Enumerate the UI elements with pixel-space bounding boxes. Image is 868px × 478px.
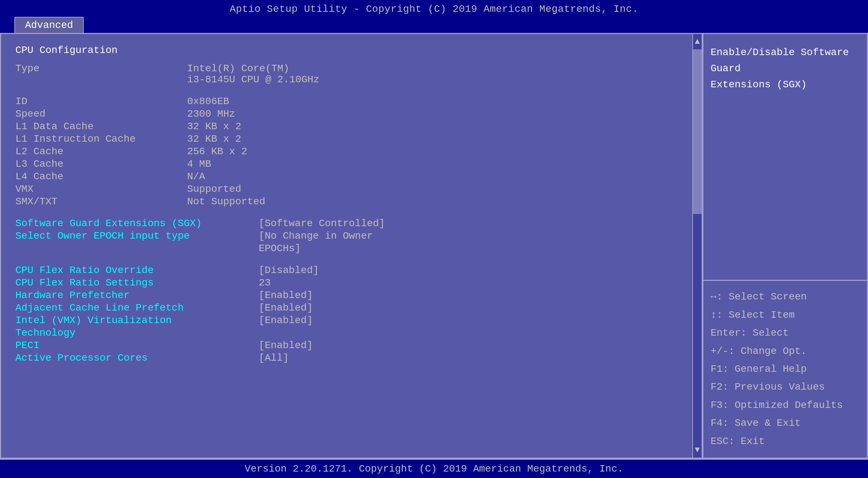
info-rows: Type Intel(R) Core(TM) i3-8145U CPU @ 2.… [15, 63, 682, 207]
key-change-opt: +/-: Change Opt. [711, 342, 860, 360]
bios-screen: Aptio Setup Utility - Copyright (C) 2019… [0, 0, 868, 478]
label-l1i: L1 Instruction Cache [15, 133, 187, 145]
value-sgx: [Software Controlled] [259, 218, 385, 229]
label-vmx: VMX [15, 184, 187, 195]
label-smx: SMX/TXT [15, 196, 187, 207]
section-title: CPU Configuration [15, 45, 682, 56]
value-l1i: 32 KB x 2 [187, 133, 241, 145]
title-text: Aptio Setup Utility - Copyright (C) 2019… [230, 4, 638, 15]
title-bar: Aptio Setup Utility - Copyright (C) 2019… [0, 0, 868, 17]
key-f4: F4: Save & Exit [711, 414, 860, 432]
scroll-track [693, 49, 702, 442]
label-epoch: Select Owner EPOCH input type [15, 230, 259, 242]
value-epoch-line1: [No Change in Owner [259, 230, 373, 242]
main-area: CPU Configuration Type Intel(R) Core(TM)… [0, 33, 868, 459]
option-rows: Software Guard Extensions (SGX) [Softwar… [15, 218, 682, 364]
value-adj-cache: [Enabled] [259, 302, 313, 313]
value-l2: 256 KB x 2 [187, 146, 247, 157]
label-hw-prefetch: Hardware Prefetcher [15, 290, 259, 301]
option-row-vmx-virt[interactable]: Intel (VMX) Virtualization [Enabled] Tec… [15, 315, 682, 338]
label-peci: PECI [15, 340, 259, 351]
scroll-up-arrow[interactable]: ▲ [693, 34, 702, 49]
value-peci: [Enabled] [259, 340, 313, 351]
value-vmx: Supported [187, 184, 241, 195]
option-row-sgx[interactable]: Software Guard Extensions (SGX) [Softwar… [15, 218, 682, 229]
info-row-id: ID 0x806EB [15, 96, 682, 107]
scroll-thumb[interactable] [693, 49, 702, 214]
info-row-l4: L4 Cache N/A [15, 171, 682, 182]
info-row-l2: L2 Cache 256 KB x 2 [15, 146, 682, 157]
key-esc: ESC: Exit [711, 433, 860, 450]
label-active-cores: Active Processor Cores [15, 352, 259, 364]
help-text: Enable/Disable Software Guard Extensions… [703, 34, 867, 281]
info-row-smx: SMX/TXT Not Supported [15, 196, 682, 207]
right-panel: Enable/Disable Software Guard Extensions… [702, 34, 867, 458]
key-enter: Enter: Select [711, 324, 860, 342]
key-legend: ↔: Select Screen ↕: Select Item Enter: S… [703, 281, 867, 458]
label-id: ID [15, 96, 187, 107]
info-row-l1d: L1 Data Cache 32 KB x 2 [15, 121, 682, 132]
label-l2: L2 Cache [15, 146, 187, 157]
label-speed: Speed [15, 108, 187, 120]
value-flex-override: [Disabled] [259, 265, 319, 276]
info-row-type: Type Intel(R) Core(TM) i3-8145U CPU @ 2.… [15, 63, 682, 85]
key-select-item: ↕: Select Item [711, 306, 860, 324]
key-f3: F3: Optimized Defaults [711, 396, 860, 414]
info-row-l3: L3 Cache 4 MB [15, 158, 682, 170]
value-epoch-line2: EPOCHs] [259, 243, 682, 254]
value-l4: N/A [187, 171, 205, 182]
label-adj-cache: Adjacent Cache Line Prefetch [15, 302, 259, 313]
help-line2: Extensions (SGX) [711, 77, 860, 93]
label-l4: L4 Cache [15, 171, 187, 182]
value-active-cores: [All] [259, 352, 289, 364]
label-l3: L3 Cache [15, 158, 187, 170]
key-f1: F1: General Help [711, 360, 860, 378]
label-type: Type [15, 63, 187, 85]
value-type: Intel(R) Core(TM) i3-8145U CPU @ 2.10GHz [187, 63, 320, 85]
info-row-l1i: L1 Instruction Cache 32 KB x 2 [15, 133, 682, 145]
info-row-speed: Speed 2300 MHz [15, 108, 682, 120]
option-row-active-cores[interactable]: Active Processor Cores [All] [15, 352, 682, 364]
value-vmx-virt: [Enabled] [259, 315, 313, 326]
label-technology: Technology [15, 327, 682, 338]
option-row-flex-settings[interactable]: CPU Flex Ratio Settings 23 [15, 277, 682, 288]
value-type-line2: i3-8145U CPU @ 2.10GHz [187, 74, 320, 85]
option-row-adj-cache[interactable]: Adjacent Cache Line Prefetch [Enabled] [15, 302, 682, 313]
label-l1d: L1 Data Cache [15, 121, 187, 132]
scrollbar[interactable]: ▲ ▼ [692, 34, 702, 458]
value-flex-settings: 23 [259, 277, 271, 288]
value-l3: 4 MB [187, 158, 211, 170]
version-text: Version 2.20.1271. Copyright (C) 2019 Am… [245, 463, 624, 474]
value-id: 0x806EB [187, 96, 229, 107]
label-sgx: Software Guard Extensions (SGX) [15, 218, 259, 229]
option-row-flex-override[interactable]: CPU Flex Ratio Override [Disabled] [15, 265, 682, 276]
tab-advanced[interactable]: Advanced [14, 17, 84, 33]
left-panel: CPU Configuration Type Intel(R) Core(TM)… [1, 34, 692, 458]
value-speed: 2300 MHz [187, 108, 235, 120]
info-row-vmx: VMX Supported [15, 184, 682, 195]
help-line1: Enable/Disable Software Guard [711, 45, 860, 77]
label-flex-override: CPU Flex Ratio Override [15, 265, 259, 276]
key-select-screen: ↔: Select Screen [711, 288, 860, 306]
key-f2: F2: Previous Values [711, 378, 860, 396]
option-row-peci[interactable]: PECI [Enabled] [15, 340, 682, 351]
version-bar: Version 2.20.1271. Copyright (C) 2019 Am… [0, 459, 868, 478]
value-l1d: 32 KB x 2 [187, 121, 241, 132]
tab-row: Advanced [0, 17, 868, 33]
scroll-down-arrow[interactable]: ▼ [693, 442, 702, 458]
label-vmx-virt: Intel (VMX) Virtualization [15, 315, 259, 326]
label-flex-settings: CPU Flex Ratio Settings [15, 277, 259, 288]
value-smx: Not Supported [187, 196, 265, 207]
value-hw-prefetch: [Enabled] [259, 290, 313, 301]
option-row-epoch[interactable]: Select Owner EPOCH input type [No Change… [15, 230, 682, 254]
value-type-line1: Intel(R) Core(TM) [187, 63, 320, 74]
option-row-hw-prefetch[interactable]: Hardware Prefetcher [Enabled] [15, 290, 682, 301]
